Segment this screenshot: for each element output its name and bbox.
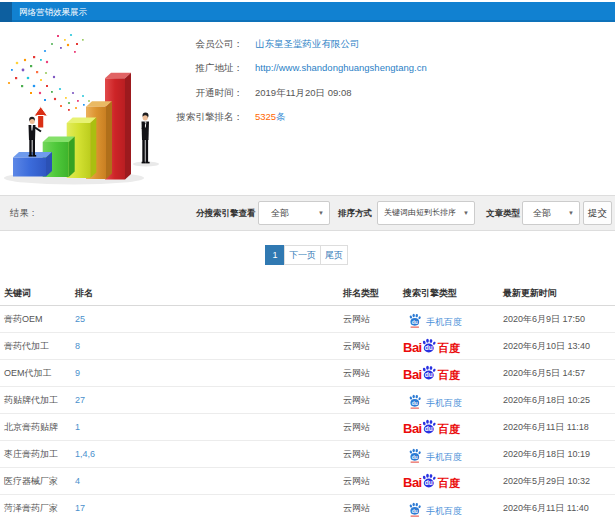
svg-text:du: du	[425, 479, 433, 486]
rank-type-cell: 云网站	[343, 468, 370, 494]
baidu-paw-icon: du	[420, 338, 438, 355]
rank-type-cell: 云网站	[343, 360, 370, 386]
table-header-row: 关键词 排名 排名类型 搜索引擎类型 最新更新时间	[0, 283, 615, 306]
table-row: OEM代加工9云网站Bai du 百度2020年6月5日 14:57	[0, 360, 615, 387]
keyword-cell: 膏药代加工	[4, 333, 49, 359]
keyword-cell: 北京膏药贴牌	[4, 414, 58, 440]
table-row: 膏药代加工8云网站Bai du 百度2020年6月10日 13:40	[0, 333, 615, 360]
svg-text:du: du	[425, 344, 433, 351]
svg-text:du: du	[425, 425, 433, 432]
submit-button[interactable]: 提交	[583, 201, 612, 225]
rank-cell[interactable]: 1,4,6	[75, 441, 95, 467]
col-keyword: 关键词	[4, 283, 31, 304]
updated-cell: 2020年6月11日 11:18	[503, 414, 589, 440]
engine-filter-select[interactable]: 全部▼	[258, 201, 330, 225]
updated-cell: 2020年6月5日 14:57	[503, 360, 585, 386]
page-title: 网络营销效果展示	[19, 2, 87, 22]
baidu-paw-icon: du	[408, 394, 422, 409]
rank-type-cell: 云网站	[343, 306, 370, 332]
keyword-cell: 膏药OEM	[4, 306, 43, 332]
keyword-cell: 菏泽膏药厂家	[4, 495, 58, 520]
chevron-down-icon: ▼	[463, 202, 469, 224]
chevron-down-icon: ▼	[568, 202, 574, 224]
header-corner-accent	[0, 2, 12, 22]
next-page-button[interactable]: 下一页	[284, 245, 321, 265]
info-label: 开通时间：	[100, 87, 243, 99]
pagination: 1 下一页 尾页	[265, 245, 348, 265]
article-filter-select[interactable]: 全部▼	[522, 201, 580, 225]
rank-cell[interactable]: 17	[75, 495, 85, 520]
rank-type-cell: 云网站	[343, 414, 370, 440]
baidu-paw-icon: du	[420, 419, 438, 436]
info-label: 搜索引擎排名：	[100, 111, 243, 123]
confetti-dots	[8, 34, 90, 111]
info-label: 推广地址：	[100, 62, 243, 74]
table-row: 北京膏药贴牌1云网站Bai du 百度2020年6月11日 11:18	[0, 414, 615, 441]
svg-text:du: du	[412, 401, 418, 406]
info-value[interactable]: http://www.shandonghuangshengtang.cn	[255, 62, 427, 74]
rank-cell[interactable]: 1	[75, 414, 80, 440]
col-updated: 最新更新时间	[503, 283, 557, 304]
col-engine-type: 搜索引擎类型	[403, 283, 457, 304]
mobile-baidu-label: 手机百度	[426, 452, 462, 462]
mobile-baidu-label: 手机百度	[426, 398, 462, 408]
col-rank: 排名	[75, 283, 93, 304]
baidu-paw-icon: du	[408, 448, 422, 463]
updated-cell: 2020年6月18日 10:19	[503, 441, 590, 467]
mobile-baidu-label: 手机百度	[426, 506, 462, 516]
baidu-paw-icon: du	[420, 365, 438, 382]
rank-cell[interactable]: 9	[75, 360, 80, 386]
keyword-cell: OEM代加工	[4, 360, 52, 386]
table-row: 膏药OEM25云网站 du 手机百度2020年6月9日 17:50	[0, 306, 615, 333]
info-value[interactable]: 山东皇圣堂药业有限公司	[255, 38, 360, 50]
svg-text:du: du	[425, 371, 433, 378]
rank-cell[interactable]: 8	[75, 333, 80, 359]
rank-type-cell: 云网站	[343, 495, 370, 520]
keyword-cell: 医疗器械厂家	[4, 468, 58, 494]
rank-cell[interactable]: 25	[75, 306, 85, 332]
table-row: 医疗器械厂家4云网站Bai du 百度2020年5月29日 10:32	[0, 468, 615, 495]
mobile-baidu-logo: du 手机百度	[408, 441, 462, 468]
bar-chart-illustration	[2, 30, 172, 188]
baidu-logo: Bai du 百度	[403, 468, 460, 495]
page-header-bar: 网络营销效果展示	[0, 2, 615, 22]
results-table: 关键词 排名 排名类型 搜索引擎类型 最新更新时间 膏药OEM25云网站 du …	[0, 283, 615, 520]
mobile-baidu-label: 手机百度	[426, 317, 462, 327]
baidu-paw-icon: du	[420, 473, 438, 490]
keyword-cell: 枣庄膏药加工	[4, 441, 58, 467]
mobile-baidu-logo: du 手机百度	[408, 306, 462, 333]
updated-cell: 2020年5月29日 10:32	[503, 468, 590, 494]
updated-cell: 2020年6月11日 11:40	[503, 495, 589, 520]
svg-text:du: du	[412, 455, 418, 460]
up-arrow	[34, 107, 48, 129]
page-1-button[interactable]: 1	[265, 245, 285, 265]
mobile-baidu-logo: du 手机百度	[408, 495, 462, 520]
updated-cell: 2020年6月9日 17:50	[503, 306, 585, 332]
last-page-button[interactable]: 尾页	[320, 245, 348, 265]
rank-cell[interactable]: 4	[75, 468, 80, 494]
rank-type-cell: 云网站	[343, 333, 370, 359]
sort-filter-label: 排序方式	[338, 196, 372, 230]
filter-bar: 结果 : 分搜索引擎查看 全部▼ 排序方式 关键词由短到长排序▼ 文章类型 全部…	[0, 195, 615, 231]
col-rank-type: 排名类型	[343, 283, 379, 304]
table-row: 药贴牌代加工27云网站 du 手机百度2020年6月18日 10:25	[0, 387, 615, 414]
baidu-paw-icon: du	[408, 313, 422, 328]
result-label: 结果 :	[10, 196, 34, 230]
info-label: 会员公司：	[100, 38, 243, 50]
rank-cell[interactable]: 27	[75, 387, 85, 413]
info-value: 5325条	[255, 111, 286, 123]
updated-cell: 2020年6月18日 10:25	[503, 387, 590, 413]
sort-filter-select[interactable]: 关键词由短到长排序▼	[377, 201, 475, 225]
rank-type-cell: 云网站	[343, 387, 370, 413]
rank-type-cell: 云网站	[343, 441, 370, 467]
svg-text:du: du	[412, 509, 418, 514]
baidu-paw-icon: du	[408, 502, 422, 517]
mobile-baidu-logo: du 手机百度	[408, 387, 462, 414]
updated-cell: 2020年6月10日 13:40	[503, 333, 590, 359]
baidu-logo: Bai du 百度	[403, 414, 460, 441]
keyword-cell: 药贴牌代加工	[4, 387, 58, 413]
table-row: 枣庄膏药加工1,4,6云网站 du 手机百度2020年6月18日 10:19	[0, 441, 615, 468]
chevron-down-icon: ▼	[318, 202, 324, 224]
engine-filter-label: 分搜索引擎查看	[196, 196, 256, 230]
baidu-logo: Bai du 百度	[403, 360, 460, 387]
